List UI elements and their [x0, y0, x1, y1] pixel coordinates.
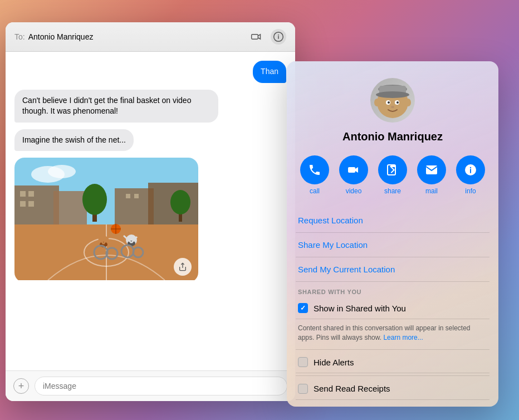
message-input[interactable]: [35, 377, 287, 395]
call-icon-circle: [300, 155, 329, 184]
hide-alerts-label: Hide Alerts: [314, 358, 354, 367]
shared-info-text: Content shared in this conversation will…: [296, 319, 489, 347]
svg-point-6: [48, 165, 76, 178]
divider: [296, 349, 489, 350]
mail-icon-circle: [417, 155, 446, 184]
show-in-shared-label: Show in Shared with You: [314, 304, 406, 313]
send-read-receipts-checkbox[interactable]: [298, 384, 308, 394]
svg-point-18: [82, 184, 107, 215]
send-read-receipts-label: Send Read Receipts: [314, 384, 390, 393]
messages-area: Than Can't believe I didn't get the fina…: [6, 52, 295, 370]
share-label: share: [384, 187, 401, 195]
svg-point-49: [374, 99, 380, 106]
video-icon-circle: [339, 155, 368, 184]
svg-rect-51: [348, 167, 355, 173]
send-read-receipts-row: Send Read Receipts: [296, 378, 489, 400]
info-icon-circle: [456, 155, 485, 184]
action-call-button[interactable]: call: [300, 155, 329, 195]
share-icon-circle: [378, 155, 407, 184]
message-row-outgoing-partial: Than: [14, 61, 286, 83]
contact-avatar: [370, 78, 415, 123]
message-row-incoming-1: Can't believe I didn't get the final bas…: [14, 90, 286, 123]
send-my-current-location-item[interactable]: Send My Current Location: [296, 257, 489, 282]
message-bubble-incoming-1: Can't believe I didn't get the final bas…: [14, 90, 218, 123]
svg-rect-13: [20, 201, 26, 207]
svg-rect-11: [20, 191, 26, 197]
hide-alerts-row: Hide Alerts: [296, 351, 489, 373]
svg-point-55: [470, 167, 471, 168]
titlebar-actions: [248, 29, 286, 45]
learn-more-link[interactable]: Learn more...: [383, 334, 423, 341]
action-video-button[interactable]: video: [339, 155, 368, 195]
svg-point-46: [388, 101, 390, 104]
video-label: video: [346, 187, 362, 195]
shared-with-you-header: SHARED WITH YOU: [296, 282, 489, 297]
divider-2: [296, 375, 489, 376]
mail-label: mail: [425, 187, 438, 195]
show-in-shared-checkbox[interactable]: ✓: [298, 303, 308, 313]
action-mail-button[interactable]: mail: [417, 155, 446, 195]
svg-point-50: [405, 99, 411, 106]
action-share-button[interactable]: share: [378, 155, 407, 195]
action-info-button[interactable]: info: [456, 155, 485, 195]
share-my-location-item[interactable]: Share My Location: [296, 233, 489, 257]
svg-point-43: [376, 91, 409, 98]
message-input-area: +: [6, 370, 295, 401]
message-bubble-partial: Than: [253, 61, 286, 83]
video-call-button[interactable]: [248, 29, 264, 45]
info-panel: Antonio Manriquez call video: [287, 61, 498, 407]
basketball-court-image: [14, 158, 198, 280]
message-row-photo: [14, 158, 286, 282]
call-label: call: [310, 187, 320, 195]
svg-rect-15: [126, 194, 130, 198]
request-location-item[interactable]: Request Location: [296, 208, 489, 233]
add-attachment-button[interactable]: +: [13, 378, 29, 394]
message-row-incoming-2: Imagine the swish of the net...: [14, 129, 286, 152]
svg-point-20: [170, 190, 190, 214]
panel-contact-name: Antonio Manriquez: [342, 130, 443, 143]
info-label: info: [465, 187, 476, 195]
panel-menu: Request Location Share My Location Send …: [287, 208, 498, 400]
svg-rect-12: [28, 191, 34, 197]
photo-message: [14, 158, 198, 282]
svg-point-48: [391, 106, 394, 108]
svg-rect-14: [28, 201, 34, 207]
svg-rect-0: [252, 35, 258, 39]
to-label: To:: [14, 32, 25, 41]
show-in-shared-row: ✓ Show in Shared with You: [296, 297, 489, 319]
svg-point-47: [396, 101, 399, 104]
hide-alerts-checkbox[interactable]: [298, 357, 308, 367]
titlebar: To: Antonio Manriquez: [6, 22, 295, 52]
titlebar-contact-name: Antonio Manriquez: [28, 32, 248, 41]
messages-window: To: Antonio Manriquez Than: [6, 22, 295, 401]
action-buttons-row: call video share: [300, 155, 485, 195]
svg-rect-16: [134, 194, 139, 198]
info-button[interactable]: [271, 29, 286, 45]
message-bubble-incoming-2: Imagine the swish of the net...: [14, 129, 134, 152]
